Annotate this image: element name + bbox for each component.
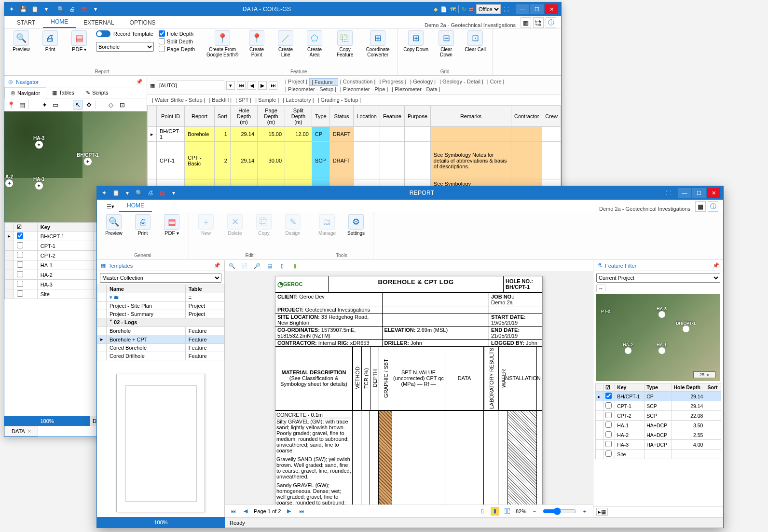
copy-down-button[interactable]: ⊞Copy Down [402, 30, 429, 52]
template-row[interactable]: BoreholeFeature [97, 327, 224, 335]
next-page-icon[interactable]: ▶ [285, 507, 293, 516]
template-thumbnail[interactable] [97, 369, 224, 517]
grid-row[interactable]: ▸ BH/CPT-1 Borehole 1 29.14 15.00 12.00 … [148, 127, 561, 142]
template-row[interactable]: Project - SummaryProject [97, 310, 224, 318]
create-line-button[interactable]: ／Create Line [274, 30, 298, 57]
dropdown-icon[interactable]: ▾ [226, 81, 235, 90]
tab-options[interactable]: OPTIONS [122, 17, 164, 28]
find-icon[interactable]: 🔎 [253, 262, 261, 271]
layers-icon[interactable]: ▦ [521, 17, 531, 28]
map-pin[interactable]: HA-3✦ [33, 136, 44, 149]
template-row[interactable]: Cored BoreholeFeature [97, 344, 224, 352]
manage-button[interactable]: 🗂Manage [315, 214, 339, 236]
dock-tab-data[interactable]: DATA× [4, 426, 38, 437]
last-icon[interactable]: ⏭ [269, 81, 277, 90]
design-button[interactable]: ✎Design [281, 214, 305, 236]
filter-row[interactable]: CPT-2SCP22.08 [596, 411, 721, 421]
move-tool-icon[interactable]: ✥ [84, 100, 94, 109]
preview-icon[interactable]: 🔍 [56, 5, 65, 14]
thumbnails-icon[interactable]: ▤ [265, 262, 274, 271]
minimize-button[interactable]: — [516, 4, 529, 14]
filter-row[interactable]: CPT-1SCP29.14 [596, 401, 721, 411]
new-button[interactable]: ＋New [194, 214, 218, 236]
template-row[interactable]: Cored DrillholeFeature [97, 352, 224, 360]
filter-tab[interactable]: | Geology | [408, 78, 438, 86]
edge-tool-icon[interactable]: ⊡ [117, 100, 127, 109]
nav-tab-tables[interactable]: ▦Tables [46, 87, 80, 98]
filter-tab[interactable]: | Sample | [253, 96, 281, 103]
map-pin[interactable]: BH/CPT-1✦ [77, 152, 99, 165]
dropdown-icon[interactable]: ▾ [42, 5, 51, 14]
first-page-icon[interactable]: ⏮ [229, 507, 237, 516]
filter-tab[interactable]: | Grading - Setup | [316, 96, 363, 103]
print-button[interactable]: 🖨Print [131, 214, 155, 236]
zoom-slider[interactable] [543, 507, 576, 515]
menu-expand-icon[interactable]: ☰▾ [102, 202, 119, 212]
tab-start[interactable]: START [9, 17, 43, 28]
tab-external[interactable]: EXTERNAL [76, 17, 122, 28]
coord-converter-button[interactable]: ⊞Coordinate Converter [363, 30, 392, 57]
document-icon[interactable]: 📄 [240, 262, 249, 271]
filter-row[interactable]: Site [596, 450, 721, 459]
pdf-button[interactable]: ▤PDF ▾ [160, 214, 184, 236]
dropdown-icon[interactable]: ▾ [123, 189, 132, 197]
hole-depth-check[interactable]: Hole Depth [159, 30, 195, 37]
print-button[interactable]: 🖨Print [38, 30, 62, 52]
prev-page-icon[interactable]: ◀ [241, 507, 250, 516]
feature-type-select[interactable]: Borehole [96, 42, 154, 52]
delete-button[interactable]: ✕Delete [223, 214, 247, 236]
expand-icon[interactable]: ⛶ [504, 6, 509, 12]
pin-tool-icon[interactable]: 📍 [6, 100, 16, 109]
prev-icon[interactable]: ◀ [247, 81, 256, 90]
next-icon[interactable]: ▶ [258, 81, 267, 90]
expand-map-icon[interactable]: ↔ [596, 285, 605, 292]
page-depth-check[interactable]: Page Depth [159, 46, 195, 52]
template-row[interactable]: Project - Site PlanProject [97, 302, 224, 310]
info-icon[interactable]: ⓘ [708, 201, 718, 212]
filter-row[interactable]: ▸BH/CPT-1CP29.14 [596, 392, 721, 401]
last-page-icon[interactable]: ⏭ [297, 507, 306, 516]
maximize-button[interactable]: ☐ [692, 188, 706, 198]
filter-grid[interactable]: ☑KeyTypeHole DepthSort ▸BH/CPT-1CP29.14 … [595, 383, 721, 506]
filter-row[interactable]: HA-2HA+DCP2.55 [596, 430, 721, 440]
grid-row[interactable]: CPT-1 CPT - Basic 2 29.14 30.00 SCP DRAF… [148, 142, 561, 179]
preview-button[interactable]: 🔍Preview [9, 30, 33, 52]
app-icon[interactable]: ✦ [7, 5, 16, 14]
template-row[interactable]: ▸Borehole + CPTFeature [97, 335, 224, 344]
copy-icon[interactable]: ⿻ [533, 17, 544, 28]
clipboard-icon[interactable]: 📋 [30, 5, 39, 14]
filter-map[interactable]: PT-2 HA-3✦ BH/CPT-1✦ HA-2✦ HA-1✦ 25 m [596, 294, 720, 381]
node-tool-icon[interactable]: ◇ [106, 100, 116, 109]
create-point-button[interactable]: 📍Create Point [245, 30, 269, 57]
templates-grid[interactable]: NameTable ▾ 🖿= Project - Site PlanProjec… [97, 285, 224, 369]
pdf-icon[interactable]: ▤ [158, 189, 166, 197]
sync-icon[interactable]: ⇄ [469, 6, 473, 13]
map-pin[interactable]: A-2✦ [5, 174, 13, 187]
filter-tab[interactable]: | Piezometer - Data | [390, 86, 442, 93]
app-icon[interactable]: ✦ [100, 189, 109, 197]
filter-action-icon[interactable]: ▸▦ [596, 508, 608, 516]
document-icon[interactable]: 📄 [440, 6, 447, 13]
first-icon[interactable]: ⏮ [237, 81, 246, 90]
cross-tool-icon[interactable]: ✦ [40, 100, 49, 109]
pin-icon[interactable]: 📌 [713, 262, 719, 269]
filter-tab[interactable]: | Project | [283, 78, 309, 86]
collection-select[interactable]: Master Collection [100, 273, 221, 283]
refresh-icon[interactable]: ↻ [462, 6, 466, 13]
pin-icon[interactable]: 📌 [214, 262, 220, 269]
single-page-icon[interactable]: ▯ [278, 262, 287, 271]
create-area-button[interactable]: ⬠Create Area [302, 30, 327, 57]
zoom-out-icon[interactable]: − [530, 507, 539, 516]
filter-tab[interactable]: | Piezometer - Pipe | [338, 86, 390, 93]
copy-button[interactable]: ⿻Copy [252, 214, 276, 236]
map-pin[interactable]: HA-1✦ [33, 177, 44, 190]
select-tool-icon[interactable]: ▭ [51, 100, 60, 109]
dropdown-icon[interactable]: ▾ [91, 5, 100, 14]
close-icon[interactable]: × [28, 428, 31, 434]
continuous-icon[interactable]: ▮ [290, 262, 299, 271]
tab-home[interactable]: HOME [43, 16, 76, 28]
filter-tab[interactable]: | SPT | [233, 96, 253, 103]
fit-width-icon[interactable]: ▮ [491, 507, 499, 516]
record-template-toggle[interactable]: Record Template [96, 30, 154, 37]
info-icon[interactable]: ⓘ [546, 17, 556, 28]
